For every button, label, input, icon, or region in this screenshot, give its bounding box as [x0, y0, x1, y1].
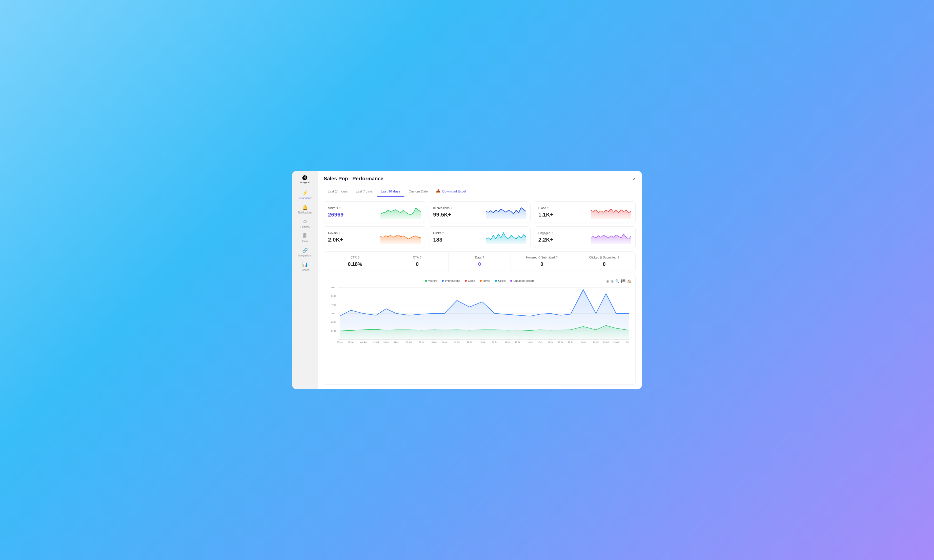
chart-home-button[interactable]: 🏠 — [627, 279, 631, 283]
svg-text:4000: 4000 — [331, 303, 336, 306]
hovered-submitted-value: 0 — [516, 261, 568, 267]
reports-label: Reports — [301, 269, 309, 271]
chart-download-button[interactable]: 💾 — [621, 279, 626, 283]
notifications-label: Notifications — [298, 211, 312, 214]
legend-hover: Hover — [480, 279, 490, 282]
main-panel: Sales Pop - Performance × Last 24 hours … — [317, 171, 642, 389]
svg-text:05 Jul: 05 Jul — [406, 341, 412, 343]
impressions-help-icon[interactable]: ? — [450, 207, 452, 210]
metric-impressions: Impressions ? 99.5K+ — [429, 202, 530, 223]
integrations-label: Integrations — [298, 254, 311, 257]
legend-dot-hover — [480, 280, 482, 282]
ctr-value: 0.18% — [329, 261, 381, 267]
svg-text:20 Jul: 20 Jul — [568, 341, 573, 343]
sidebar-item-performance[interactable]: ⚡ Performance — [294, 188, 315, 202]
svg-text:04 Jul: 04 Jul — [394, 341, 399, 343]
engaged-help-icon[interactable]: ? — [552, 232, 553, 235]
legend-dot-close — [465, 280, 467, 282]
reports-icon: 📊 — [302, 262, 308, 268]
clicked-submitted-help-icon[interactable]: ? — [618, 256, 620, 259]
svg-text:10 Jul: 10 Jul — [454, 341, 460, 343]
stat-clicked-submitted: Clicked & Submitted ? 0 — [573, 252, 635, 271]
sidebar-item-data[interactable]: 🗄 Data — [294, 231, 315, 245]
tab-custom-date[interactable]: Custom Date — [404, 186, 432, 197]
sidebar-item-reports[interactable]: 📊 Reports — [294, 260, 315, 274]
data-label: Data — [302, 240, 308, 243]
visitors-help-icon[interactable]: ? — [339, 207, 341, 210]
clicks-help-icon[interactable]: ? — [442, 232, 444, 235]
legend-dot-impressions — [442, 280, 444, 282]
sidebar: 🅜 Moogento ⚡ Performance🔔 Notifications⚙… — [292, 171, 317, 389]
svg-text:11 Jul: 11 Jul — [467, 341, 472, 343]
logo: 🅜 Moogento — [300, 175, 310, 184]
svg-text:18 Jul: 18 Jul — [548, 341, 553, 343]
sidebar-item-notifications[interactable]: 🔔 Notifications — [294, 202, 315, 217]
chart-zoom-out-button[interactable]: ⊖ — [611, 279, 614, 283]
legend-dot-engaged — [510, 280, 512, 282]
chart-zoom-in-button[interactable]: ⊕ — [606, 279, 609, 283]
metrics-row-2: Hovers ? 2.0K+ — [324, 226, 636, 248]
metric-hovers: Hovers ? 2.0K+ — [324, 226, 425, 248]
tab-bar: Last 24 hours Last 7 days Last 30 days C… — [317, 185, 642, 197]
svg-text:02 Jul: 02 Jul — [373, 341, 379, 343]
svg-text:17 Jul: 17 Jul — [538, 341, 543, 343]
tab-last30[interactable]: Last 30 days — [377, 186, 404, 197]
settings-label: Settings — [301, 226, 310, 228]
performance-label: Performance — [297, 197, 312, 200]
content-area: Visitors ? 26969 — [317, 197, 642, 389]
svg-text:Jul '24: Jul '24 — [361, 341, 367, 343]
ctr-help-icon[interactable]: ? — [358, 256, 359, 259]
cta-value: 0 — [391, 261, 443, 267]
tab-last24[interactable]: Last 24 hours — [324, 186, 352, 197]
cta-help-icon[interactable]: ? — [420, 256, 422, 259]
stat-ctr: CTR ? 0.18% — [324, 252, 386, 271]
svg-text:0: 0 — [335, 338, 336, 340]
hovers-help-icon[interactable]: ? — [339, 232, 340, 235]
stat-cta: CTA ? 0 — [386, 252, 449, 271]
svg-text:5000: 5000 — [331, 295, 336, 297]
metric-close: Close ? 1.1K+ — [534, 202, 636, 223]
legend-visitors: Visitors — [425, 279, 438, 282]
chart-zoom-select-button[interactable]: 🔍 — [615, 279, 620, 283]
legend-dot-visitors — [425, 280, 427, 282]
close-value: 1.1K+ — [538, 211, 553, 218]
impressions-chart — [486, 205, 526, 219]
svg-text:13 Jul: 13 Jul — [492, 341, 498, 343]
performance-icon: ⚡ — [302, 190, 308, 196]
line-chart-container: Visitors Impressions Close Hover — [324, 275, 636, 385]
svg-text:16 Jul: 16 Jul — [527, 341, 533, 343]
clicks-value: 183 — [433, 237, 444, 243]
metric-clicks: Clicks ? 183 — [429, 226, 530, 248]
close-button[interactable]: × — [633, 177, 636, 181]
svg-text:24 Jul: 24 Jul — [613, 341, 619, 343]
sidebar-item-settings[interactable]: ⚙ Settings — [294, 217, 315, 231]
tab-download-excel[interactable]: 📥 Download Excel — [432, 185, 470, 197]
hovered-submitted-help-icon[interactable]: ? — [556, 256, 558, 259]
svg-text:15 Jul: 15 Jul — [515, 341, 520, 343]
integrations-icon: 🔗 — [302, 248, 308, 253]
tab-last7[interactable]: Last 7 days — [352, 186, 377, 197]
svg-text:29 Jun: 29 Jun — [348, 341, 354, 343]
legend-impressions: Impressions — [442, 279, 460, 282]
metrics-row-1: Visitors ? 26969 — [324, 202, 636, 223]
svg-text:09 Jul: 09 Jul — [442, 341, 447, 343]
sidebar-item-integrations[interactable]: 🔗 Integrations — [294, 245, 315, 260]
legend-close: Close — [465, 279, 475, 282]
svg-text:22 Jul: 22 Jul — [593, 341, 599, 343]
engaged-value: 2.2K+ — [538, 237, 553, 243]
close-help-icon[interactable]: ? — [547, 207, 549, 210]
metric-visitors: Visitors ? 26969 — [324, 202, 425, 223]
page-title: Sales Pop - Performance — [324, 176, 384, 182]
legend-clicks: Clicks — [495, 279, 506, 282]
clicks-chart — [486, 230, 526, 244]
stat-data: Data ? 0 — [449, 252, 511, 271]
svg-text:3000: 3000 — [331, 312, 336, 315]
svg-text:2000: 2000 — [331, 321, 336, 323]
svg-text:12 Jul: 12 Jul — [479, 341, 485, 343]
stat-hovered-submitted: Hovered & Submitted ? 0 — [511, 252, 573, 271]
notifications-icon: 🔔 — [302, 205, 308, 210]
hovers-chart — [381, 230, 421, 244]
svg-text:1000: 1000 — [331, 329, 336, 332]
close-chart — [591, 205, 631, 219]
data-help-icon[interactable]: ? — [482, 256, 484, 259]
